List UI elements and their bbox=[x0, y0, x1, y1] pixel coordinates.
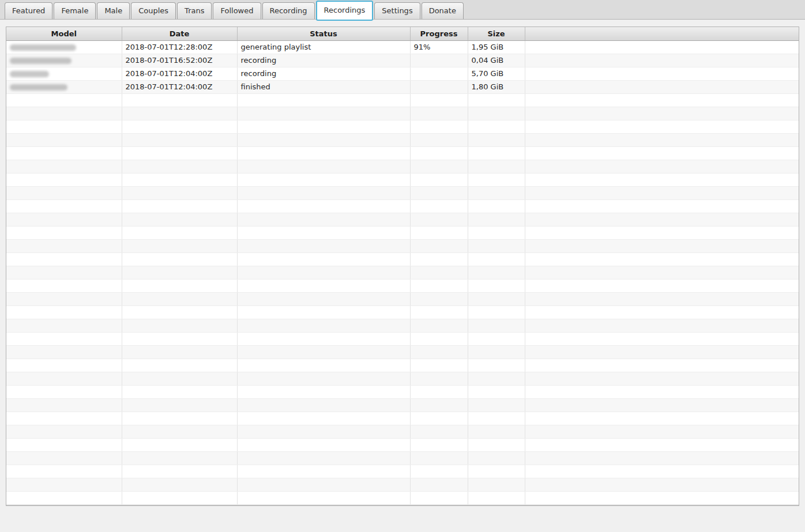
empty-row bbox=[6, 213, 799, 226]
empty-cell bbox=[237, 398, 410, 412]
empty-row bbox=[6, 160, 799, 173]
recording-row[interactable]: 2018-07-01T12:04:00Z finished 1,80 GiB bbox=[6, 80, 799, 93]
empty-cell bbox=[410, 319, 468, 332]
empty-row bbox=[6, 305, 799, 319]
empty-cell bbox=[237, 319, 410, 332]
empty-cell bbox=[525, 438, 799, 451]
tab-recordings[interactable]: Recordings bbox=[316, 1, 374, 21]
empty-cell bbox=[468, 451, 525, 465]
redacted-model-name bbox=[10, 44, 76, 51]
empty-cell bbox=[122, 292, 237, 305]
column-header-date[interactable]: Date bbox=[122, 27, 237, 40]
empty-cell bbox=[122, 359, 237, 372]
empty-cell bbox=[237, 107, 410, 120]
tab-trans[interactable]: Trans bbox=[177, 2, 212, 19]
tab-followed[interactable]: Followed bbox=[213, 2, 261, 19]
empty-cell bbox=[122, 465, 237, 478]
empty-cell bbox=[410, 93, 468, 107]
recording-row[interactable]: 2018-07-01T12:28:00Z generating playlist… bbox=[6, 40, 799, 54]
empty-cell bbox=[525, 226, 799, 239]
empty-cell bbox=[410, 199, 468, 213]
empty-cell bbox=[237, 226, 410, 239]
empty-cell bbox=[237, 199, 410, 213]
empty-cell bbox=[122, 332, 237, 345]
empty-cell bbox=[122, 107, 237, 120]
empty-cell bbox=[525, 213, 799, 226]
empty-cell bbox=[525, 160, 799, 173]
tab-couples[interactable]: Couples bbox=[131, 2, 176, 19]
empty-cell bbox=[468, 305, 525, 319]
empty-cell bbox=[237, 292, 410, 305]
empty-cell bbox=[410, 173, 468, 186]
empty-cell bbox=[410, 425, 468, 438]
empty-cell bbox=[525, 93, 799, 107]
empty-cell bbox=[122, 438, 237, 451]
empty-cell bbox=[6, 266, 122, 279]
size-cell: 1,80 GiB bbox=[468, 80, 525, 93]
empty-cell bbox=[468, 438, 525, 451]
empty-cell bbox=[122, 186, 237, 199]
empty-cell bbox=[468, 385, 525, 398]
empty-cell bbox=[468, 491, 525, 504]
empty-row bbox=[6, 146, 799, 160]
empty-cell bbox=[468, 107, 525, 120]
empty-cell bbox=[6, 425, 122, 438]
column-header-status[interactable]: Status bbox=[237, 27, 410, 40]
empty-cell bbox=[410, 279, 468, 292]
empty-cell bbox=[410, 252, 468, 266]
column-header-progress[interactable]: Progress bbox=[410, 27, 468, 40]
empty-cell bbox=[525, 120, 799, 133]
empty-cell bbox=[525, 305, 799, 319]
size-cell: 0,04 GiB bbox=[468, 54, 525, 67]
recording-row[interactable]: 2018-07-01T12:04:00Z recording 5,70 GiB bbox=[6, 67, 799, 80]
tab-settings[interactable]: Settings bbox=[374, 2, 420, 19]
column-header-size[interactable]: Size bbox=[468, 27, 525, 40]
empty-cell bbox=[237, 345, 410, 359]
empty-cell bbox=[525, 186, 799, 199]
empty-cell bbox=[237, 425, 410, 438]
empty-cell bbox=[237, 252, 410, 266]
empty-cell bbox=[6, 345, 122, 359]
empty-row bbox=[6, 478, 799, 491]
empty-row bbox=[6, 385, 799, 398]
tab-female[interactable]: Female bbox=[54, 2, 96, 19]
empty-cell bbox=[6, 491, 122, 504]
empty-row bbox=[6, 491, 799, 504]
model-cell bbox=[6, 67, 122, 80]
empty-cell bbox=[6, 133, 122, 146]
empty-cell bbox=[525, 107, 799, 120]
empty-cell bbox=[6, 107, 122, 120]
empty-cell bbox=[468, 239, 525, 252]
status-cell: finished bbox=[237, 80, 410, 93]
empty-row bbox=[6, 133, 799, 146]
empty-cell bbox=[410, 372, 468, 385]
tab-male[interactable]: Male bbox=[97, 2, 130, 19]
tab-donate[interactable]: Donate bbox=[422, 2, 464, 19]
tab-featured[interactable]: Featured bbox=[5, 2, 52, 19]
empty-row bbox=[6, 412, 799, 425]
empty-cell bbox=[6, 332, 122, 345]
empty-cell bbox=[6, 319, 122, 332]
date-cell: 2018-07-01T12:04:00Z bbox=[122, 80, 237, 93]
empty-cell bbox=[6, 173, 122, 186]
redacted-model-name bbox=[10, 71, 49, 77]
empty-cell bbox=[525, 345, 799, 359]
empty-row bbox=[6, 345, 799, 359]
empty-cell bbox=[410, 412, 468, 425]
date-cell: 2018-07-01T12:28:00Z bbox=[122, 40, 237, 54]
tab-recording[interactable]: Recording bbox=[262, 2, 315, 19]
empty-cell bbox=[410, 146, 468, 160]
recording-row[interactable]: 2018-07-01T16:52:00Z recording 0,04 GiB bbox=[6, 54, 799, 67]
empty-cell bbox=[468, 465, 525, 478]
empty-cell bbox=[122, 279, 237, 292]
empty-cell bbox=[237, 451, 410, 465]
empty-cell bbox=[237, 478, 410, 491]
empty-cell bbox=[122, 252, 237, 266]
model-cell bbox=[6, 40, 122, 54]
empty-cell bbox=[525, 372, 799, 385]
empty-cell bbox=[237, 93, 410, 107]
empty-row bbox=[6, 199, 799, 213]
column-header-model[interactable]: Model bbox=[6, 27, 122, 40]
empty-row bbox=[6, 465, 799, 478]
empty-cell bbox=[237, 266, 410, 279]
